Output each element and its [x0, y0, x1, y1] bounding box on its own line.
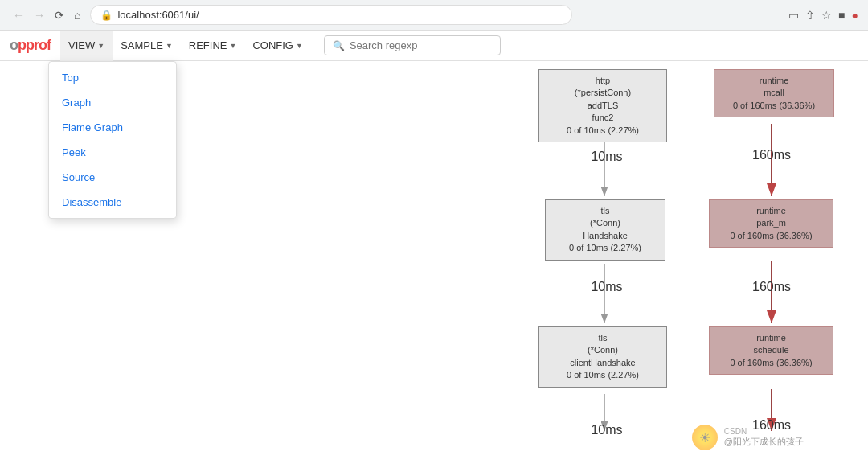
node6-line-3: 0 of 160ms (36.36%) [718, 357, 825, 369]
dropdown-item-flame-graph[interactable]: Flame Graph [49, 115, 176, 140]
watermark-label: CSDN @阳光下成长的孩子 [724, 427, 804, 448]
node4-line-1: runtime [723, 75, 825, 87]
node3-line-3: clientHandshake [547, 357, 658, 369]
node-line-3: addTLS [547, 100, 658, 112]
node-tls-clienthandshake[interactable]: tls (*Conn) clientHandshake 0 of 10ms (2… [538, 326, 667, 388]
menu-sample[interactable]: SAMPLE ▼ [113, 31, 181, 61]
node-line-4: func2 [547, 112, 658, 124]
node-runtime-schedule[interactable]: runtime schedule 0 of 160ms (36.36%) [709, 326, 833, 375]
address-bar[interactable]: 🔒 localhost:6061/ui/ [90, 5, 572, 25]
edge-label-1: 10ms [575, 150, 639, 164]
search-input[interactable] [350, 39, 492, 51]
menu-config[interactable]: CONFIG ▼ [244, 31, 310, 61]
bookmark-icon[interactable]: ☆ [821, 9, 832, 22]
dropdown-item-source[interactable]: Source [49, 165, 176, 190]
dropdown-item-top[interactable]: Top [49, 65, 176, 90]
node-line-2: (*persistConn) [547, 87, 658, 99]
forward-button[interactable]: → [31, 7, 48, 23]
node-line-5: 0 of 10ms (2.27%) [547, 125, 658, 137]
app-logo: opprof [10, 37, 51, 54]
node-runtime-park-m[interactable]: runtime park_m 0 of 160ms (36.36%) [709, 199, 833, 248]
menu-view[interactable]: VIEW ▼ [60, 31, 113, 61]
app-toolbar: opprof VIEW ▼ SAMPLE ▼ REFINE ▼ CONFIG ▼… [0, 31, 868, 61]
node-http-addtls[interactable]: http (*persistConn) addTLS func2 0 of 10… [538, 69, 667, 142]
dropdown-item-disassemble[interactable]: Disassemble [49, 190, 176, 215]
nav-icons: ← → ⟳ ⌂ [10, 7, 84, 23]
watermark: ☀ CSDN @阳光下成长的孩子 [692, 425, 804, 450]
account-icon[interactable]: ● [852, 9, 858, 22]
dropdown-item-peek[interactable]: Peek [49, 140, 176, 165]
node6-line-1: runtime [718, 332, 825, 344]
node3-line-4: 0 of 10ms (2.27%) [547, 369, 658, 381]
search-icon: 🔍 [333, 40, 345, 51]
node4-line-2: mcall [723, 87, 825, 99]
refresh-button[interactable]: ⟳ [51, 7, 68, 23]
edge-label-5: 160ms [735, 280, 808, 294]
extensions-icon[interactable]: ■ [838, 9, 845, 22]
watermark-user: @阳光下成长的孩子 [724, 436, 804, 448]
edge-label-2: 10ms [575, 280, 639, 294]
watermark-platform: CSDN [724, 427, 804, 436]
url-text: localhost:6061/ui/ [117, 9, 199, 21]
node2-line-3: Handshake [554, 230, 657, 242]
node2-line-1: tls [554, 205, 657, 217]
lock-icon: 🔒 [100, 10, 113, 21]
share-icon[interactable]: ⇧ [805, 9, 815, 22]
node-tls-handshake[interactable]: tls (*Conn) Handshake 0 of 10ms (2.27%) [545, 199, 665, 261]
back-button[interactable]: ← [10, 7, 27, 23]
node5-line-2: park_m [718, 217, 825, 229]
node5-line-3: 0 of 160ms (36.36%) [718, 230, 825, 242]
browser-actions: ▭ ⇧ ☆ ■ ● [788, 9, 858, 22]
config-arrow-icon: ▼ [296, 42, 303, 50]
menu-refine[interactable]: REFINE ▼ [181, 31, 245, 61]
node-runtime-mcall[interactable]: runtime mcall 0 of 160ms (36.36%) [714, 69, 834, 117]
watermark-icon: ☀ [692, 425, 718, 450]
sample-arrow-icon: ▼ [166, 42, 173, 50]
view-dropdown-menu: Top Graph Flame Graph Peek Source Disass… [48, 61, 177, 219]
refine-arrow-icon: ▼ [229, 42, 236, 50]
node-line-1: http [547, 75, 658, 87]
browser-chrome: ← → ⟳ ⌂ 🔒 localhost:6061/ui/ ▭ ⇧ ☆ ■ ● [0, 0, 868, 31]
node2-line-4: 0 of 10ms (2.27%) [554, 242, 657, 254]
view-arrow-icon: ▼ [97, 42, 104, 50]
dropdown-item-graph[interactable]: Graph [49, 90, 176, 115]
node6-line-2: schedule [718, 344, 825, 356]
node3-line-1: tls [547, 332, 658, 344]
search-box[interactable]: 🔍 [324, 35, 501, 55]
edge-label-4: 160ms [735, 148, 808, 162]
home-button[interactable]: ⌂ [71, 7, 84, 23]
node5-line-1: runtime [718, 205, 825, 217]
node2-line-2: (*Conn) [554, 217, 657, 229]
edge-label-3: 10ms [575, 423, 639, 437]
node4-line-3: 0 of 160ms (36.36%) [723, 100, 825, 112]
cast-icon[interactable]: ▭ [788, 9, 799, 22]
node3-line-2: (*Conn) [547, 344, 658, 356]
